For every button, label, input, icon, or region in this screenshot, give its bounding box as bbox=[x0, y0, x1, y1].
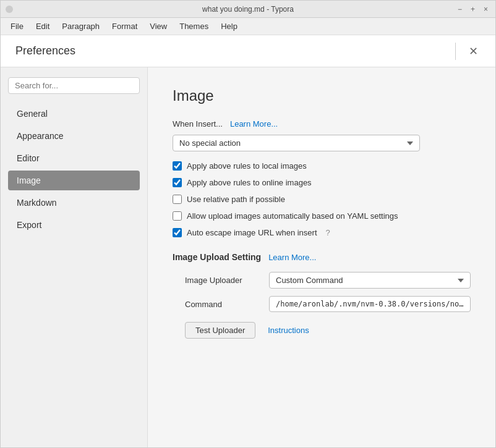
upload-setting-title: Image Upload Setting bbox=[173, 252, 261, 262]
sidebar: General Appearance Editor Image Markdown… bbox=[1, 67, 148, 447]
menu-format[interactable]: Format bbox=[107, 20, 142, 33]
checkbox-group: Apply above rules to local images Apply … bbox=[173, 161, 471, 237]
upload-form-grid: Image Uploader Custom Command iPic uPic … bbox=[185, 272, 471, 312]
checkbox-escape-row: Auto escape image URL when insert ? bbox=[173, 228, 471, 237]
checkbox-yaml[interactable] bbox=[173, 211, 182, 221]
help-icon: ? bbox=[326, 228, 330, 237]
app-window: what you doing.md - Typora − + × File Ed… bbox=[0, 0, 496, 448]
checkbox-local-row: Apply above rules to local images bbox=[173, 161, 471, 171]
sidebar-item-editor[interactable]: Editor bbox=[8, 148, 140, 168]
preferences-title: Preferences bbox=[15, 44, 455, 57]
uploader-dropdown[interactable]: Custom Command iPic uPic PicGo-Core PicL… bbox=[269, 272, 471, 289]
checkbox-online[interactable] bbox=[173, 178, 182, 187]
menu-paragraph[interactable]: Paragraph bbox=[57, 20, 105, 33]
sidebar-item-appearance[interactable]: Appearance bbox=[8, 126, 140, 146]
menu-themes[interactable]: Themes bbox=[174, 20, 213, 33]
menu-help[interactable]: Help bbox=[216, 20, 242, 33]
window-dot bbox=[6, 6, 13, 13]
instructions-link[interactable]: Instructions bbox=[268, 326, 309, 335]
checkbox-relative-row: Use relative path if possible bbox=[173, 195, 471, 204]
checkbox-yaml-label: Allow upload images automatically based … bbox=[187, 211, 398, 221]
search-input[interactable] bbox=[8, 77, 140, 94]
sidebar-item-markdown[interactable]: Markdown bbox=[8, 193, 140, 213]
header-divider bbox=[455, 43, 456, 60]
checkbox-yaml-row: Allow upload images automatically based … bbox=[173, 211, 471, 221]
checkbox-escape-label: Auto escape image URL when insert bbox=[187, 228, 317, 237]
when-insert-label: When Insert... bbox=[173, 119, 223, 129]
checkbox-escape[interactable] bbox=[173, 228, 182, 237]
menu-file[interactable]: File bbox=[6, 20, 28, 33]
minimize-button[interactable]: − bbox=[455, 5, 464, 14]
checkbox-online-label: Apply above rules to online images bbox=[187, 178, 312, 187]
checkbox-local-label: Apply above rules to local images bbox=[187, 161, 307, 171]
menu-view[interactable]: View bbox=[145, 20, 172, 33]
command-input[interactable] bbox=[269, 296, 471, 312]
when-insert-row: When Insert... Learn More... bbox=[173, 119, 471, 129]
menu-bar: File Edit Paragraph Format View Themes H… bbox=[1, 18, 495, 35]
sidebar-item-image[interactable]: Image bbox=[8, 171, 140, 190]
upload-setting-header: Image Upload Setting Learn More... bbox=[173, 252, 471, 262]
content-panel: Image When Insert... Learn More... No sp… bbox=[148, 67, 495, 447]
sidebar-item-export[interactable]: Export bbox=[8, 215, 140, 235]
window-controls-left bbox=[6, 6, 13, 13]
uploader-label: Image Uploader bbox=[185, 276, 259, 285]
test-uploader-button[interactable]: Test Uploader bbox=[185, 322, 255, 339]
action-dropdown-row: No special action Copy image to current … bbox=[173, 135, 471, 151]
preferences-header: Preferences ✕ bbox=[1, 35, 495, 67]
menu-edit[interactable]: Edit bbox=[31, 20, 54, 33]
checkbox-local[interactable] bbox=[173, 161, 182, 171]
maximize-button[interactable]: + bbox=[468, 5, 477, 14]
window-title: what you doing.md - Typora bbox=[0, 5, 496, 14]
preferences-close-button[interactable]: ✕ bbox=[466, 44, 481, 59]
sidebar-item-general[interactable]: General bbox=[8, 104, 140, 124]
page-title: Image bbox=[173, 87, 471, 104]
upload-learn-more-link[interactable]: Learn More... bbox=[268, 253, 316, 262]
close-window-button[interactable]: × bbox=[481, 5, 490, 14]
command-label: Command bbox=[185, 300, 259, 309]
checkbox-online-row: Apply above rules to online images bbox=[173, 178, 471, 187]
title-bar: what you doing.md - Typora − + × bbox=[1, 1, 495, 18]
action-dropdown[interactable]: No special action Copy image to current … bbox=[173, 135, 420, 151]
learn-more-link[interactable]: Learn More... bbox=[230, 119, 278, 129]
main-content: General Appearance Editor Image Markdown… bbox=[1, 67, 495, 447]
checkbox-relative[interactable] bbox=[173, 195, 182, 204]
window-controls-right: − + × bbox=[455, 5, 490, 14]
checkbox-relative-label: Use relative path if possible bbox=[187, 195, 285, 204]
bottom-row: Test Uploader Instructions bbox=[185, 322, 471, 339]
